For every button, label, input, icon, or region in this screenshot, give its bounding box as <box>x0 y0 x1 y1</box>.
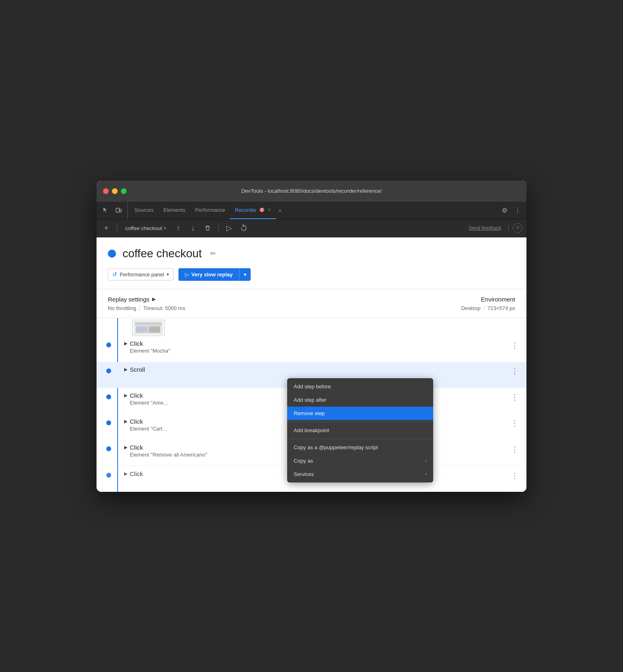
tab-elements[interactable]: Elements <box>159 202 190 219</box>
recording-indicator <box>108 250 116 258</box>
replay-speed-dropdown[interactable]: ▾ <box>239 268 251 281</box>
step-type-3: Click <box>130 392 143 399</box>
add-recording-button[interactable]: + <box>101 222 112 234</box>
step-header-2: ▶ Scroll <box>124 366 509 373</box>
title-bar: DevTools - localhost:8080/docs/devtools/… <box>97 181 526 202</box>
step-type-4: Click <box>130 418 143 425</box>
environment-title: Environment <box>461 296 515 303</box>
step-expand-1[interactable]: ▶ <box>124 341 127 346</box>
recorder-toolbar: + coffee checkout ▾ ↑ ↓ ▷ Send feedback … <box>97 220 526 237</box>
menu-item-add-step-before[interactable]: Add step before <box>287 380 433 393</box>
settings-detail-sep <box>140 305 140 311</box>
step-timeline-1 <box>97 340 121 347</box>
step-dot-3 <box>106 394 111 399</box>
steps-list: ▶ Click Element "Mocha" ⋮ ▶ Scroll <box>97 318 526 492</box>
step-timeline-3 <box>97 392 121 399</box>
step-more-button-6[interactable]: ⋮ <box>509 470 520 481</box>
tab-right-icons: ⚙ ⋮ <box>499 202 523 219</box>
settings-icon[interactable]: ⚙ <box>499 205 510 216</box>
traffic-lights <box>103 188 127 194</box>
step-dot-2 <box>106 368 111 373</box>
step-replay-button[interactable] <box>238 222 249 234</box>
maximize-button[interactable] <box>121 188 127 194</box>
step-expand-4[interactable]: ▶ <box>124 419 127 424</box>
menu-item-copy-as[interactable]: Copy as › <box>287 454 433 467</box>
tab-overflow-button[interactable]: » <box>276 202 284 219</box>
context-menu: Add step before Add step after Remove st… <box>287 378 433 482</box>
devtools-tabs-bar: Sources Elements Performance Recorder 🎯 … <box>97 202 526 220</box>
svg-rect-5 <box>149 326 160 333</box>
perf-panel-icon: ↺ <box>112 271 117 278</box>
step-more-button-3[interactable]: ⋮ <box>509 392 520 403</box>
settings-right: Environment Desktop 723×574 px <box>461 296 515 311</box>
settings-left: Replay settings ▶ No throttling Timeout:… <box>108 296 185 311</box>
step-dot-4 <box>106 420 111 425</box>
menu-item-add-step-after[interactable]: Add step after <box>287 393 433 407</box>
help-button[interactable]: ? <box>513 223 522 233</box>
step-more-button-5[interactable]: ⋮ <box>509 444 520 454</box>
svg-rect-1 <box>120 209 121 212</box>
step-timeline-5 <box>97 444 121 451</box>
minimize-button[interactable] <box>112 188 118 194</box>
very-slow-replay-button[interactable]: ▷ Very slow replay <box>178 268 239 281</box>
svg-rect-4 <box>136 326 148 333</box>
step-content-2: ▶ Scroll <box>121 366 509 373</box>
action-row: ↺ Performance panel ▾ ▷ Very slow replay… <box>97 268 526 289</box>
tab-recorder-close[interactable]: ✕ <box>267 207 271 213</box>
delete-button[interactable] <box>202 222 213 234</box>
menu-divider-1 <box>287 422 433 422</box>
window-title: DevTools - localhost:8080/docs/devtools/… <box>241 188 382 194</box>
step-timeline-6 <box>97 470 121 478</box>
send-feedback-link[interactable]: Send feedback <box>469 225 501 231</box>
recording-header: coffee checkout ✏ <box>97 237 526 268</box>
step-timeline-2 <box>97 366 121 373</box>
export-button[interactable]: ↓ <box>187 222 199 234</box>
replay-settings-title: Replay settings ▶ <box>108 296 185 303</box>
step-type-6: Click <box>130 470 143 477</box>
step-expand-5[interactable]: ▶ <box>124 445 127 450</box>
tab-recorder[interactable]: Recorder 🎯 ✕ <box>230 202 275 219</box>
import-button[interactable]: ↑ <box>173 222 184 234</box>
recording-selector[interactable]: coffee checkout ▾ <box>122 224 170 233</box>
toolbar-separator-2 <box>218 223 219 233</box>
performance-panel-button[interactable]: ↺ Performance panel ▾ <box>108 268 174 280</box>
step-more-button-2[interactable]: ⋮ <box>509 366 520 377</box>
menu-item-copy-puppeteer[interactable]: Copy as a @puppeteer/replay script <box>287 441 433 454</box>
svg-rect-0 <box>116 208 119 212</box>
step-dot-6 <box>106 473 111 478</box>
tab-sources[interactable]: Sources <box>129 202 159 219</box>
step-timeline-4 <box>97 418 121 425</box>
menu-item-remove-step[interactable]: Remove step <box>287 407 433 420</box>
step-detail-1: Element "Mocha" <box>124 348 509 354</box>
devtools-window: DevTools - localhost:8080/docs/devtools/… <box>97 181 526 492</box>
device-mode-icon[interactable] <box>113 205 124 216</box>
step-expand-2[interactable]: ▶ <box>124 367 127 372</box>
replay-settings-section: Replay settings ▶ No throttling Timeout:… <box>97 289 526 318</box>
menu-item-services[interactable]: Services › <box>287 467 433 481</box>
step-more-button-4[interactable]: ⋮ <box>509 418 520 429</box>
replay-recording-button[interactable]: ▷ <box>223 222 235 234</box>
inspect-icon[interactable] <box>100 205 111 216</box>
more-options-icon[interactable]: ⋮ <box>512 205 523 216</box>
replay-button-group: ▷ Very slow replay ▾ <box>178 268 251 281</box>
step-expand-6[interactable]: ▶ <box>124 471 127 476</box>
menu-divider-2 <box>287 439 433 439</box>
svg-rect-3 <box>135 322 162 325</box>
step-content-1: ▶ Click Element "Mocha" <box>121 340 509 354</box>
toolbar-separator-1 <box>117 223 117 233</box>
step-dot-1 <box>106 342 111 347</box>
replay-settings-expand[interactable]: ▶ <box>152 296 156 302</box>
services-submenu-icon: › <box>425 471 427 477</box>
step-expand-3[interactable]: ▶ <box>124 393 127 398</box>
close-button[interactable] <box>103 188 109 194</box>
tab-performance[interactable]: Performance <box>190 202 230 219</box>
step-dot-5 <box>106 446 111 451</box>
step-type-1: Click <box>130 340 143 347</box>
step-more-button-1[interactable]: ⋮ <box>509 340 520 351</box>
perf-panel-chevron-icon: ▾ <box>167 272 169 277</box>
menu-item-add-breakpoint[interactable]: Add breakpoint <box>287 424 433 437</box>
step-type-2: Scroll <box>130 366 145 373</box>
edit-title-icon[interactable]: ✏ <box>210 249 216 258</box>
step-item: ▶ Click Element "Mocha" ⋮ <box>97 336 526 362</box>
step-type-5: Click <box>130 444 143 451</box>
